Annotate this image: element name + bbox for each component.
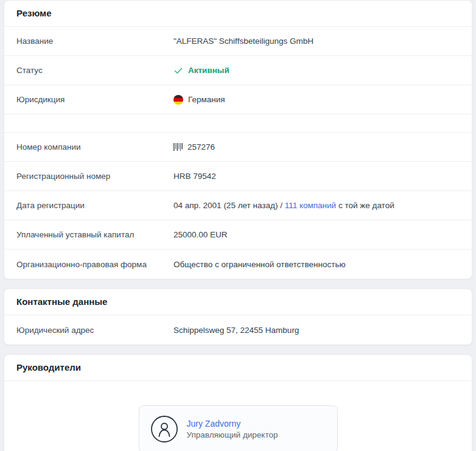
legal-address-value: Schippelsweg 57, 22455 Hamburg [173, 326, 299, 335]
officer-card[interactable]: Jury Zadvorny Управляющий директор [139, 405, 338, 451]
row-company-number: Номер компании 257276 [4, 133, 472, 162]
officer-info: Jury Zadvorny Управляющий директор [187, 419, 278, 439]
officers-body: Jury Zadvorny Управляющий директор [4, 381, 472, 451]
paid-capital-value: 25000.00 EUR [173, 230, 228, 239]
row-status: Статус Активный [4, 56, 472, 85]
registration-date-suffix: с той же датой [336, 201, 394, 210]
row-label: Статус [16, 66, 173, 75]
barcode-icon [173, 143, 183, 151]
officers-card: Руководители Jury Zadvorny Управляющий д… [4, 354, 472, 451]
row-legal-address: Юридический адрес Schippelsweg 57, 22455… [4, 315, 472, 344]
row-paid-capital: Уплаченный уставный капитал 25000.00 EUR [4, 220, 472, 250]
row-label: Номер компании [16, 142, 173, 152]
contacts-card: Контактные данные Юридический адрес Schi… [4, 288, 472, 345]
same-date-companies-link[interactable]: 111 компаний [285, 201, 336, 210]
legal-form-value: Общество с ограниченной ответственностью [173, 260, 346, 269]
officer-name-link[interactable]: Jury Zadvorny [187, 419, 278, 428]
officer-role: Управляющий директор [187, 430, 278, 439]
row-label: Регистрационный номер [16, 172, 173, 181]
summary-card: Резюме Название "ALFERAS" Schiffsbeteili… [4, 0, 472, 279]
row-registration-number: Регистрационный номер HRB 79542 [4, 162, 472, 191]
officers-title: Руководители [4, 355, 472, 381]
check-icon [173, 66, 183, 75]
row-legal-form: Организационно-правовая форма Общество с… [4, 250, 472, 279]
row-label: Уплаченный уставный капитал [16, 230, 173, 239]
company-number-value: 257276 [187, 142, 215, 152]
germany-flag-icon [173, 95, 183, 105]
person-icon [150, 415, 178, 443]
row-jurisdiction: Юрисдикция Германия [4, 85, 472, 114]
row-label: Дата регистрации [16, 201, 173, 210]
row-label: Название [16, 37, 173, 46]
summary-title: Резюме [4, 1, 472, 27]
row-label: Организационно-правовая форма [16, 260, 173, 269]
jurisdiction-value: Германия [188, 95, 225, 104]
row-label: Юрисдикция [16, 95, 173, 104]
empty-spacer-row [4, 114, 472, 133]
row-label: Юридический адрес [16, 326, 173, 335]
contacts-title: Контактные данные [4, 289, 472, 315]
registration-number-value: HRB 79542 [173, 172, 216, 181]
company-name-value: "ALFERAS" Schiffsbeteiligungs GmbH [173, 37, 313, 46]
status-badge: Активный [188, 66, 229, 75]
row-registration-date: Дата регистрации 04 апр. 2001 (25 лет на… [4, 191, 472, 220]
row-company-name: Название "ALFERAS" Schiffsbeteiligungs G… [4, 27, 472, 56]
registration-date-value: 04 апр. 2001 (25 лет назад) / [173, 201, 285, 210]
